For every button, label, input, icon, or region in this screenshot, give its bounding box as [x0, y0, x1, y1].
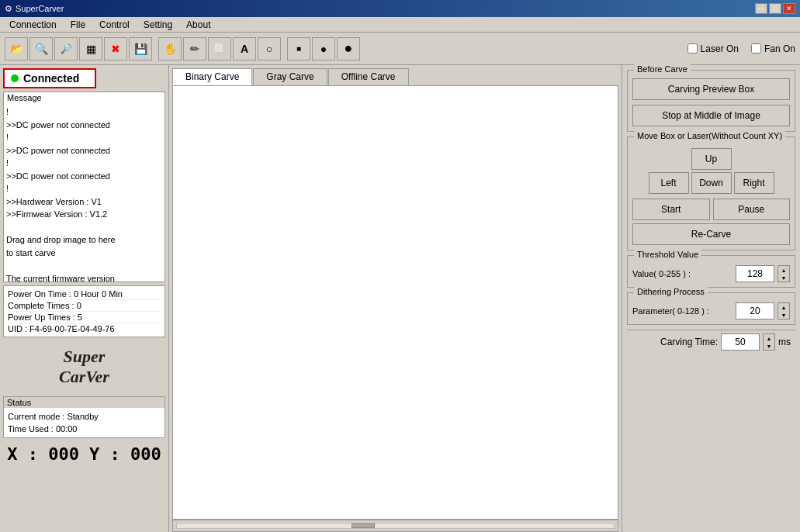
msg-3: >>DC power not connected — [6, 144, 162, 157]
title-bar: ⚙ SuperCarver — □ ✕ — [0, 0, 800, 17]
message-group: Message ! >>DC power not connected ! >>D… — [3, 92, 165, 282]
fan-on-label[interactable]: Fan On — [751, 43, 795, 54]
app-icon: ⚙ — [5, 4, 12, 14]
zoom-out-button[interactable]: 🔎 — [54, 37, 78, 60]
minimize-button[interactable]: — — [755, 3, 767, 14]
move-box-title: Move Box or Laser(Without Count XY) — [634, 131, 785, 140]
threshold-row: Value( 0-255 ) : ▲ ▼ — [632, 261, 790, 282]
connected-badge: Connected — [3, 68, 96, 88]
dithering-down-arrow[interactable]: ▼ — [778, 311, 789, 319]
pencil-button[interactable]: ✏ — [183, 37, 206, 60]
right-button[interactable]: Right — [734, 172, 774, 194]
pause-button[interactable]: Pause — [713, 199, 791, 220]
dithering-title: Dithering Process — [634, 287, 708, 296]
left-panel: Connected Message ! >>DC power not conne… — [0, 65, 169, 532]
move-box-group: Move Box or Laser(Without Count XY) Up L… — [627, 136, 795, 250]
move-grid: Up Left Down Right — [632, 142, 790, 194]
stop-at-middle-button[interactable]: Stop at Middle of Image — [632, 105, 790, 126]
message-title: Message — [4, 92, 165, 103]
power-on-time: Power On Time : 0 Hour 0 Min — [8, 288, 161, 300]
carving-time-up-arrow[interactable]: ▲ — [764, 334, 774, 342]
delete-button[interactable]: ✖ — [104, 37, 127, 60]
before-carve-title: Before Carve — [634, 64, 691, 74]
open-button[interactable]: 📂 — [5, 37, 28, 60]
dithering-row: Parameter( 0-128 ) : ▲ ▼ — [632, 298, 790, 320]
msg-2: ! — [6, 131, 162, 144]
title-bar-title: ⚙ SuperCarver — [5, 4, 64, 14]
filter-button[interactable]: ▦ — [79, 37, 102, 60]
msg-1: >>DC power not connected — [6, 119, 162, 132]
re-carve-button[interactable]: Re-Carve — [632, 223, 790, 245]
threshold-down-arrow[interactable]: ▼ — [778, 274, 789, 282]
maximize-button[interactable]: □ — [769, 3, 781, 14]
tab-gray-carve[interactable]: Gray Carve — [253, 68, 327, 85]
up-button[interactable]: Up — [691, 148, 732, 170]
status-group: Status Current mode : Standby Time Used … — [3, 396, 165, 438]
logo-text: Super CarVer — [3, 347, 165, 387]
center-area: Binary Carve Gray Carve Offline Carve — [169, 65, 622, 532]
dot-medium-button[interactable]: ● — [312, 37, 335, 60]
status-content: Current mode : Standby Time Used : 00:00 — [4, 408, 165, 437]
fan-on-checkbox[interactable] — [751, 43, 761, 54]
main-area: Connected Message ! >>DC power not conne… — [0, 65, 800, 532]
msg-10: Drag and drop image to hereto start carv… — [6, 233, 162, 259]
scrollbar-thumb[interactable] — [352, 523, 375, 528]
threshold-input[interactable] — [736, 265, 774, 282]
info-box: Power On Time : 0 Hour 0 Min Complete Ti… — [3, 285, 165, 337]
toolbar: 📂 🔍 🔎 ▦ ✖ 💾 ✋ ✏ ⬜ A ○ ■ ● ● Laser On Fan… — [0, 33, 800, 65]
connected-label: Connected — [23, 72, 79, 85]
dot-large-button[interactable]: ● — [337, 37, 360, 60]
tab-binary-carve[interactable]: Binary Carve — [172, 68, 252, 85]
msg-4: ! — [6, 157, 162, 170]
left-button[interactable]: Left — [649, 172, 689, 194]
carving-preview-box-button[interactable]: Carving Preview Box — [632, 78, 790, 100]
scrollbar-track — [176, 523, 615, 529]
threshold-up-arrow[interactable]: ▲ — [778, 266, 789, 274]
menu-setting[interactable]: Setting — [137, 19, 178, 31]
menu-about[interactable]: About — [180, 19, 216, 31]
laser-on-checkbox[interactable] — [687, 43, 698, 54]
start-button[interactable]: Start — [632, 199, 710, 220]
msg-0: ! — [6, 105, 162, 119]
eraser-button[interactable]: ⬜ — [208, 37, 231, 60]
dithering-group: Dithering Process Parameter( 0-128 ) : ▲… — [627, 292, 795, 325]
msg-12: The current firmware versionis the lates… — [6, 272, 162, 282]
hand-button[interactable]: ✋ — [158, 37, 182, 60]
app-title: SuperCarver — [16, 4, 64, 13]
text-button[interactable]: A — [233, 37, 256, 60]
down-button[interactable]: Down — [691, 172, 732, 194]
before-carve-group: Before Carve Carving Preview Box Stop at… — [627, 70, 795, 132]
right-panel: Before Carve Carving Preview Box Stop at… — [622, 65, 800, 532]
carving-time-down-arrow[interactable]: ▼ — [764, 342, 774, 350]
uid: UID : F4-69-00-7E-04-49-76 — [8, 323, 161, 334]
carving-time-input[interactable] — [721, 333, 760, 351]
current-mode: Current mode : Standby — [8, 410, 161, 423]
move-row-top: Up — [691, 148, 732, 170]
carving-time-row: Carving Time: ▲ ▼ ms — [627, 330, 795, 354]
time-used: Time Used : 00:00 — [8, 423, 161, 435]
laser-on-label[interactable]: Laser On — [687, 43, 739, 54]
dithering-input[interactable] — [736, 302, 774, 320]
message-area[interactable]: ! >>DC power not connected ! >>DC power … — [4, 103, 165, 282]
msg-5: >>DC power not connected — [6, 170, 162, 183]
carving-time-label: Carving Time: — [660, 337, 718, 347]
save-button[interactable]: 💾 — [129, 37, 152, 60]
dot-small-button[interactable]: ■ — [287, 37, 310, 60]
msg-6: ! — [6, 182, 162, 195]
threshold-group: Threshold Value Value( 0-255 ) : ▲ ▼ — [627, 255, 795, 288]
horizontal-scrollbar[interactable] — [172, 520, 618, 532]
zoom-in-button[interactable]: 🔍 — [29, 37, 53, 60]
close-button[interactable]: ✕ — [783, 3, 795, 14]
complete-times: Complete Times : 0 — [8, 300, 161, 312]
circle-button[interactable]: ○ — [258, 37, 281, 60]
menu-control[interactable]: Control — [93, 19, 136, 31]
menu-bar: Connection File Control Setting About — [0, 17, 800, 33]
menu-connection[interactable]: Connection — [3, 19, 63, 31]
menu-file[interactable]: File — [64, 19, 92, 31]
dithering-up-arrow[interactable]: ▲ — [778, 303, 789, 311]
power-up-times: Power Up Times : 5 — [8, 312, 161, 323]
canvas-area[interactable] — [172, 85, 618, 520]
msg-8: >>Firmwear Version : V1.2 — [6, 208, 162, 221]
tab-offline-carve[interactable]: Offline Carve — [328, 68, 409, 85]
coords-display: X : 000 Y : 000 — [3, 441, 165, 467]
